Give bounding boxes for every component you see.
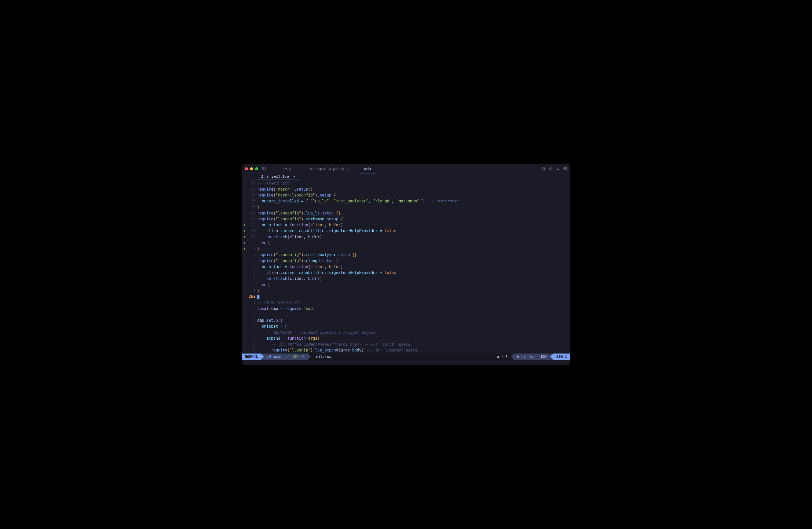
- code-line[interactable]: on_attach = function(client, bufnr): [257, 222, 570, 228]
- separator: [261, 354, 264, 360]
- code-line[interactable]: cmp.setup({: [257, 318, 570, 324]
- code-line[interactable]: }: [257, 204, 570, 210]
- code-line[interactable]: on_attach(client, bufnr): [257, 276, 570, 282]
- titlebar-actions: [541, 166, 567, 171]
- new-tab-button[interactable]: +: [379, 164, 389, 173]
- branch-icon: ⎇: [267, 355, 271, 359]
- terminal-tab-active[interactable]: nvim: [357, 164, 379, 173]
- close-window-button[interactable]: [245, 167, 248, 170]
- close-icon[interactable]: ×: [293, 174, 295, 179]
- buffer-index: 1.: [261, 174, 265, 179]
- code-line[interactable]: -- C언어 자동완성 ???: [257, 300, 570, 306]
- statusline: NORMAL ⎇ main ❭ +21 ~1 init.lua utf-8 ∆ …: [242, 354, 570, 360]
- svg-marker-4: [549, 167, 552, 170]
- code-line[interactable]: end,: [257, 282, 570, 288]
- terminal-window: nvim ..arch-spatula.github.io nvim + 1. …: [242, 164, 570, 365]
- separator: [550, 354, 553, 360]
- code-line[interactable]: -- 자동완성 설정: [257, 180, 570, 186]
- code-line[interactable]: on_attach(client, bufnr): [257, 234, 570, 240]
- separator: ❭: [284, 354, 288, 360]
- traffic-lights: [245, 167, 258, 170]
- filename-segment: init.lua: [311, 354, 334, 360]
- code-line[interactable]: end,: [257, 240, 570, 246]
- code-line[interactable]: require("mason-lspconfig").setup {: [257, 192, 570, 198]
- code-line[interactable]: require("lspconfig").clangd.setup {: [257, 258, 570, 264]
- cursor: [257, 295, 259, 299]
- code-line[interactable]: expand = function(args): [257, 336, 570, 341]
- terminal-tabs: nvim ..arch-spatula.github.io nvim +: [276, 164, 389, 173]
- terminal-tab[interactable]: nvim: [276, 164, 298, 173]
- code-line[interactable]: [257, 312, 570, 318]
- bulb-icon[interactable]: [556, 166, 560, 171]
- code-line[interactable]: -- vim.fn["vsnip#anonymous"](args.body) …: [257, 341, 570, 347]
- separator: [308, 354, 311, 360]
- code-line[interactable]: ensure_installed = { "lua_ls", "rust_ana…: [257, 198, 570, 204]
- filetype-segment: ∆ ❬ ◐ lua: [514, 354, 538, 360]
- encoding-segment: utf-8: [494, 354, 511, 360]
- code-line[interactable]: require("lspconfig").marksman.setup {: [257, 216, 570, 222]
- code-content[interactable]: -- 자동완성 설정require('mason').setup()requir…: [257, 180, 570, 353]
- sign-column: ~+++++: [242, 180, 247, 353]
- lua-icon: ◐: [267, 174, 269, 179]
- filetype-label: lua: [528, 355, 534, 359]
- gear-icon[interactable]: [563, 166, 567, 171]
- code-line[interactable]: snippet = {: [257, 324, 570, 329]
- code-line[interactable]: client.server_capabilities.signatureHelp…: [257, 270, 570, 276]
- svg-point-5: [565, 168, 566, 169]
- code-line[interactable]: }: [257, 288, 570, 294]
- sidebar-icon[interactable]: [262, 166, 266, 171]
- code-line[interactable]: require("lspconfig").rust_analyzer.setup…: [257, 252, 570, 258]
- line-number-gutter: 1918171615141312111098765432126912345678…: [247, 180, 257, 353]
- code-line[interactable]: require("lspconfig").lua_ls.setup {}: [257, 210, 570, 216]
- lua-icon: ◐: [524, 355, 526, 359]
- code-line[interactable]: local cmp = require 'cmp': [257, 306, 570, 312]
- linux-icon: ∆: [517, 355, 519, 359]
- code-line[interactable]: client.server_capabilities.signatureHelp…: [257, 228, 570, 234]
- search-icon[interactable]: [541, 166, 546, 171]
- buffer-filename: init.lua: [271, 174, 288, 179]
- branch-name: main: [273, 355, 281, 359]
- svg-line-3: [544, 169, 545, 170]
- percent-segment: 62%: [538, 354, 550, 360]
- titlebar: nvim ..arch-spatula.github.io nvim +: [242, 164, 570, 173]
- code-line[interactable]: }: [257, 246, 570, 252]
- maximize-window-button[interactable]: [255, 167, 258, 170]
- git-branch: ⎇ main: [264, 354, 285, 360]
- diff-added: +21: [292, 355, 298, 359]
- mode-indicator: NORMAL: [242, 354, 261, 360]
- code-line[interactable]: [257, 294, 570, 300]
- buffer-tab-active[interactable]: 1. ◐ init.lua ×: [257, 173, 299, 180]
- editor-area[interactable]: ~+++++ 191817161514131211109876543212691…: [242, 180, 570, 353]
- buffer-tabline: 1. ◐ init.lua ×: [242, 173, 570, 180]
- statusline-spacer: [334, 354, 494, 360]
- code-line[interactable]: require('luasnip').lsp_expand(args.body)…: [257, 347, 570, 353]
- separator: [511, 354, 514, 360]
- svg-point-2: [542, 167, 545, 170]
- code-line[interactable]: -- REQUIRED - you must specify a snippet…: [257, 330, 570, 336]
- position-segment: 269:1: [553, 354, 570, 360]
- diff-changed: ~1: [300, 355, 305, 359]
- terminal-tab[interactable]: ..arch-spatula.github.io: [298, 164, 357, 173]
- command-line[interactable]: [242, 360, 570, 365]
- git-diff-stats: +21 ~1: [289, 354, 308, 360]
- bolt-icon[interactable]: [549, 166, 553, 171]
- code-line[interactable]: require('mason').setup(): [257, 187, 570, 192]
- svg-rect-0: [262, 167, 265, 170]
- minimize-window-button[interactable]: [250, 167, 253, 170]
- code-line[interactable]: on_attach = function(client, bufnr): [257, 264, 570, 270]
